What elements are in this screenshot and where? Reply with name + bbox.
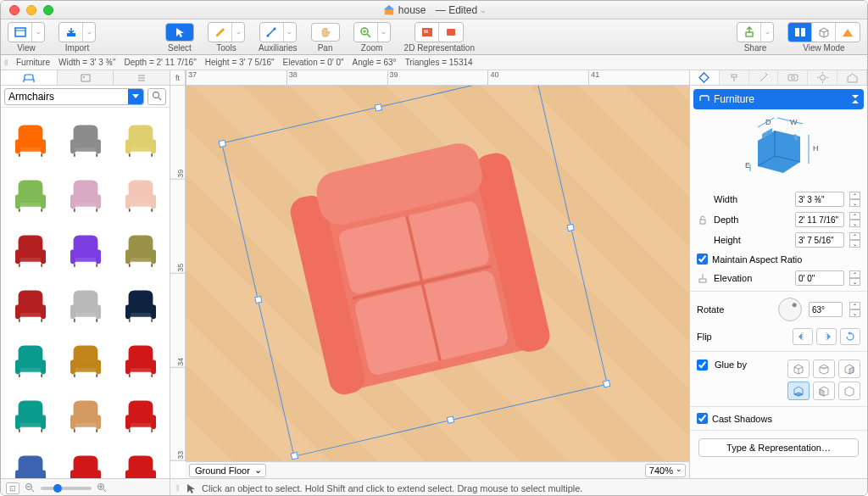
glue-opt-6[interactable] — [838, 382, 860, 400]
svg-rect-37 — [151, 139, 156, 153]
insp-tab-5[interactable] — [808, 70, 837, 85]
fit-button[interactable]: ⊡ — [6, 482, 19, 494]
height-input[interactable]: 3' 7 5/16" — [795, 232, 844, 248]
library-item-10[interactable] — [61, 278, 109, 326]
category-combo[interactable]: Armchairs — [4, 88, 144, 105]
furniture-icon — [698, 94, 710, 104]
library-item-4[interactable] — [61, 168, 109, 216]
share-button[interactable]: ⌵ Share — [737, 22, 774, 53]
svg-point-23 — [153, 92, 159, 98]
insp-tab-2[interactable] — [720, 70, 749, 85]
3d-view-icon — [817, 26, 831, 38]
library-tab-furniture[interactable] — [1, 70, 58, 85]
library-item-0[interactable] — [6, 113, 54, 161]
library-item-5[interactable] — [116, 168, 164, 216]
svg-rect-87 — [41, 359, 46, 374]
svg-rect-101 — [15, 415, 20, 429]
type-representation-button[interactable]: Type & Representation… — [698, 438, 859, 457]
glue-checkbox[interactable] — [697, 359, 708, 371]
library-item-14[interactable] — [116, 333, 164, 382]
svg-rect-71 — [15, 304, 20, 319]
grip-icon[interactable]: ⦀ — [4, 58, 8, 68]
svg-rect-121 — [70, 470, 75, 478]
zoom-in-icon[interactable] — [97, 482, 108, 493]
library-item-17[interactable] — [116, 388, 164, 437]
zoom-button[interactable]: ⌵ Zoom — [353, 22, 391, 53]
library-item-15[interactable] — [6, 388, 54, 437]
insp-tab-object[interactable] — [690, 70, 720, 85]
zoom-out-icon[interactable] — [25, 482, 36, 493]
svg-text:H: H — [813, 144, 819, 153]
insp-tab-3[interactable] — [749, 70, 779, 85]
library-item-6[interactable] — [6, 223, 54, 271]
library-item-1[interactable] — [61, 113, 109, 161]
flip-h-button[interactable] — [793, 328, 813, 345]
search-button[interactable] — [147, 88, 166, 105]
svg-rect-107 — [96, 415, 101, 429]
svg-rect-50 — [126, 196, 155, 206]
elevation-stepper[interactable]: ⌃⌄ — [849, 270, 860, 286]
library-search-row: Armchairs — [1, 86, 170, 108]
auxiliaries-button[interactable]: ⌵ Auxiliaries — [259, 22, 298, 53]
inspector-type-select[interactable]: Furniture — [693, 89, 864, 109]
library-item-18[interactable] — [6, 443, 54, 478]
glue-opt-5[interactable] — [813, 382, 835, 400]
width-input[interactable]: 3' 3 ⅜" — [795, 192, 844, 207]
rotate-stepper[interactable]: ⌃⌄ — [849, 302, 860, 317]
import-button[interactable]: ⌵ Import — [58, 22, 96, 53]
glue-opt-2[interactable] — [813, 359, 835, 378]
lock-icon[interactable] — [697, 214, 709, 226]
svg-rect-55 — [16, 251, 45, 261]
canvas[interactable] — [186, 86, 689, 461]
library-item-12[interactable] — [6, 333, 54, 382]
pan-icon — [319, 26, 332, 38]
glue-opt-4[interactable] — [787, 382, 810, 400]
depth-row: Depth 2' 11 7/16" ⌃⌄ — [690, 209, 867, 230]
library-item-9[interactable] — [6, 278, 54, 326]
library-item-2[interactable] — [116, 113, 164, 161]
depth-input[interactable]: 2' 11 7/16" — [795, 212, 844, 227]
2d-representation-button[interactable]: 2D Representation — [404, 22, 475, 53]
resize-handle-l[interactable] — [254, 296, 263, 304]
flip-v-button[interactable] — [816, 328, 837, 345]
glue-opt-1[interactable] — [787, 359, 810, 378]
inspector-panel: Furniture D W H E Width 3' 3 ⅜" ⌃⌄ — [689, 70, 867, 478]
pan-button[interactable]: Pan — [311, 22, 340, 53]
title-chevron-icon[interactable]: ⌵ — [481, 6, 485, 14]
depth-stepper[interactable]: ⌃⌄ — [849, 212, 860, 227]
maintain-aspect-checkbox[interactable] — [697, 254, 708, 265]
library-item-8[interactable] — [116, 223, 164, 271]
cast-shadows-checkbox[interactable] — [697, 413, 708, 424]
glue-opt-3[interactable] — [838, 359, 860, 378]
insp-tab-4[interactable] — [778, 70, 808, 85]
library-tab-materials[interactable] — [58, 70, 114, 85]
view-mode-button[interactable]: View Mode — [787, 22, 860, 53]
rotate-wheel[interactable] — [778, 298, 802, 321]
elevation-input[interactable]: 0' 0" — [795, 270, 844, 286]
floor-selector[interactable]: Ground Floor — [189, 464, 266, 477]
library-item-7[interactable] — [61, 223, 109, 271]
tools-button[interactable]: ⌵ Tools — [208, 22, 245, 53]
rotate-input[interactable]: 63° — [809, 302, 843, 317]
width-stepper[interactable]: ⌃⌄ — [849, 192, 860, 207]
zoom-slider[interactable] — [41, 487, 92, 490]
library-tab-project[interactable] — [114, 70, 170, 85]
grip-icon[interactable]: ⦀ — [175, 482, 180, 493]
height-stepper[interactable]: ⌃⌄ — [849, 232, 860, 248]
resize-handle-tl[interactable] — [219, 140, 227, 148]
resize-handle-t[interactable] — [375, 103, 383, 112]
select-button[interactable]: Select — [165, 22, 194, 53]
pencil-icon — [214, 26, 226, 38]
library-item-3[interactable] — [6, 168, 54, 216]
view-button[interactable]: ⌵ View — [8, 22, 45, 53]
library-item-19[interactable] — [61, 443, 109, 478]
zoom-level[interactable]: 740% — [645, 464, 686, 477]
library-item-16[interactable] — [61, 388, 109, 437]
library-item-11[interactable] — [116, 278, 164, 326]
svg-rect-57 — [41, 249, 46, 264]
svg-point-141 — [791, 76, 794, 80]
library-item-13[interactable] — [61, 333, 109, 382]
insp-tab-6[interactable] — [837, 70, 867, 85]
flip-reset-button[interactable] — [840, 328, 860, 345]
library-item-20[interactable] — [116, 443, 164, 478]
